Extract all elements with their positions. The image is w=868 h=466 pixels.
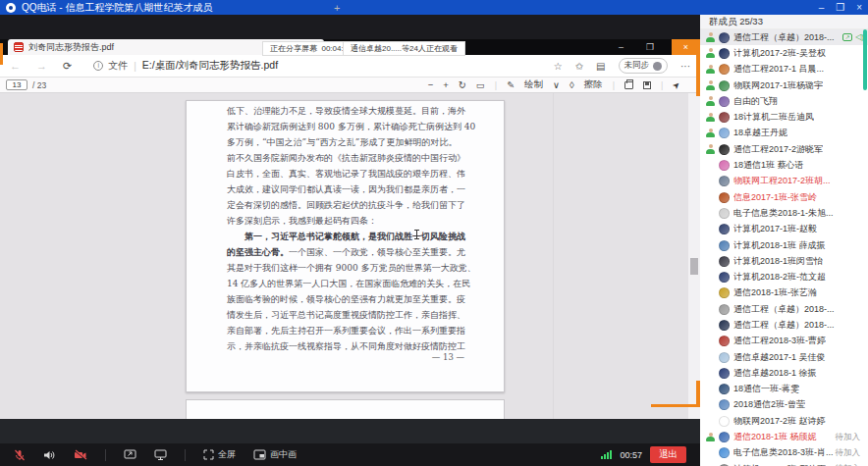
member-avatar [719, 287, 730, 298]
browser-menu-icon[interactable]: ··· [680, 61, 690, 72]
members-scrollbar-thumb[interactable] [863, 29, 867, 90]
whiteboard-demo-icon[interactable] [154, 449, 167, 460]
back-icon[interactable]: ← [10, 60, 21, 72]
zoom-out-icon[interactable]: − [428, 79, 434, 90]
online-person-icon [706, 80, 715, 90]
text-cursor [416, 230, 417, 239]
member-row[interactable]: 通信工程2017-1 吕晨... [700, 62, 868, 78]
member-row[interactable]: 物联网2017-1班杨璐宇 [700, 78, 868, 93]
pdf-text-line: 第一，习近平总书记掌舵领航，是我们战胜一切风险挑战 [227, 229, 467, 244]
share-border-left [0, 43, 3, 65]
member-row[interactable]: 通信工程（卓越）2018-... [700, 317, 868, 333]
member-row[interactable]: 计算机2018-1班-邢佳雨待加入 [700, 461, 868, 466]
page-info-icon[interactable]: i [93, 61, 103, 71]
member-avatar [719, 416, 730, 427]
member-name: 计算机2018-1班 薛成振 [733, 239, 826, 252]
page-number-input[interactable]: 13 [6, 79, 27, 90]
member-name: 18通信一班-蒋雯 [733, 383, 799, 395]
speaker-icon[interactable] [43, 449, 56, 461]
pip-button[interactable]: 画中画 [253, 448, 297, 461]
browser-minimize-button[interactable]: – [619, 42, 624, 52]
address-separator: | [134, 61, 136, 72]
speaker-badges: ↗◁) [842, 33, 864, 41]
page-view-icon[interactable]: ▭ [476, 79, 485, 90]
pdf-scrollbar-thumb[interactable] [690, 258, 698, 275]
member-row[interactable]: 自由的飞翔 [700, 93, 868, 109]
pip-label: 画中画 [270, 448, 297, 461]
member-row[interactable]: 通信工程2018-3班-曹婷 [700, 334, 868, 349]
member-avatar [719, 32, 730, 43]
member-row[interactable]: 计算机2018-2班-范文超 [700, 269, 868, 285]
collections-icon[interactable]: ▤ [596, 61, 605, 72]
member-avatar [719, 48, 730, 59]
member-row[interactable]: 物联网工程2017-2班胡... [700, 174, 868, 189]
fullscreen-button[interactable]: 全屏 [203, 448, 236, 461]
member-row[interactable]: 18通信一班-蒋雯 [700, 382, 868, 397]
erase-icon[interactable]: ◊ [570, 79, 574, 90]
member-avatar [719, 304, 730, 315]
member-row[interactable]: 计算机2017-2班-吴登权 [700, 45, 868, 61]
online-person-icon [706, 48, 715, 58]
pdf-page-13: 低下、治理能力不足，导致疫情全球大规模蔓延。目前，海外累计确诊新冠病例达到 80… [186, 100, 505, 392]
online-person-icon [706, 65, 715, 75]
draw-caret-icon[interactable]: ∨ [553, 79, 560, 90]
member-row[interactable]: 计算机2018-1班 薛成振 [700, 237, 868, 253]
zoom-in-icon[interactable]: + [443, 79, 449, 90]
member-row[interactable]: 通信2018-1班 杨颀妮待加入 [700, 429, 868, 444]
member-row[interactable]: 通信卓越2017-1 吴佳俊 [700, 349, 868, 365]
member-row[interactable]: 18计算机二班岳迪凤 [700, 109, 868, 125]
member-row[interactable]: 通信工程（卓越）2018-... [700, 301, 868, 317]
member-row[interactable]: 计算机2018-1班闵雪怡 [700, 253, 868, 269]
save-icon[interactable] [643, 81, 651, 89]
member-row[interactable]: 电子信息类2018-1-朱旭... [700, 205, 868, 221]
camera-off-icon[interactable] [74, 449, 87, 461]
forward-icon[interactable]: → [36, 60, 47, 72]
profile-button[interactable]: 未同步 [619, 58, 669, 74]
member-row[interactable]: 通信2018-1班-张艺瀚 [700, 285, 868, 301]
member-row[interactable]: 通信卓越2018-1 徐振 [700, 365, 868, 381]
close-button[interactable]: × [856, 3, 862, 13]
member-row[interactable]: 信息2017-1班-张雪岭 [700, 189, 868, 205]
draw-button[interactable]: 绘制 [524, 78, 543, 91]
favorites-bar-icon[interactable]: ✩ [575, 61, 583, 72]
browser-restore-button[interactable]: ❐ [646, 42, 654, 52]
screen-share-icon[interactable] [124, 449, 136, 460]
member-name: 通信工程2017-2游晓军 [733, 143, 823, 156]
pdf-text-line: 白皮书，全面、真实、客观地记录了我国战疫的艰辛历程、伟 [227, 166, 467, 181]
members-panel: 群成员 25/33 通信工程（卓越）2018-...↗◁)计算机2017-2班-… [700, 15, 868, 466]
restore-button[interactable]: ❐ [836, 3, 844, 13]
exit-call-button[interactable]: 退出 [650, 446, 686, 463]
favorite-star-icon[interactable]: ☆ [554, 61, 563, 72]
pending-join-label: 待加入 [836, 447, 865, 459]
member-row[interactable]: 物联网2017-2班 赵诗婷 [700, 413, 868, 429]
pin-toolbar-icon[interactable]: ➤ [671, 78, 682, 90]
print-icon[interactable] [624, 81, 633, 89]
pdf-text-line: 14 亿多人的世界第一人口大国，在国家面临危难的关头，在民 [227, 276, 467, 291]
address-url[interactable]: E:/桌面/刘奇同志形势报告.pdf [142, 59, 278, 73]
page-total-label: / 23 [32, 80, 46, 90]
member-name: 2018通信2班-曾莹 [733, 398, 805, 411]
erase-button[interactable]: 擦除 [584, 78, 603, 91]
viewers-label: 通信卓越20.....等24人正在观看 [351, 43, 458, 54]
member-row[interactable]: 18通信1班 蔡心语 [700, 157, 868, 173]
member-row[interactable]: 2018通信2班-曾莹 [700, 397, 868, 413]
member-name: 通信2018-1班-张艺瀚 [733, 286, 817, 299]
call-bar-spacer [0, 419, 700, 443]
new-tab-button[interactable]: + [334, 2, 340, 14]
member-row[interactable]: 通信工程（卓越）2018-...↗◁) [700, 29, 868, 45]
member-row[interactable]: 电子信息类2018-3班-肖...待加入 [700, 445, 868, 461]
pdf-scrollbar-track[interactable] [688, 93, 700, 419]
fit-page-icon[interactable]: ↻ [459, 79, 466, 90]
draw-icon[interactable]: ✎ [507, 79, 515, 90]
call-duration: 00:57 [620, 450, 642, 460]
members-panel-header: 群成员 25/33 [700, 15, 868, 29]
member-avatar [719, 432, 730, 442]
member-row[interactable]: 18卓越王丹妮 [700, 126, 868, 141]
refresh-icon[interactable]: ⟳ [63, 60, 72, 73]
member-row[interactable]: 通信工程2017-2游晓军 [700, 141, 868, 157]
pdf-toolbar: 13 / 23 − + ↻ ▭ | ✎ 绘制 ∨ ◊ 擦除 | | ➤ [0, 78, 700, 93]
minimize-button[interactable]: – [819, 3, 825, 13]
member-row[interactable]: 计算机2017-1班-赵毅 [700, 222, 868, 237]
mic-muted-icon[interactable] [14, 449, 26, 461]
member-avatar [719, 96, 730, 107]
